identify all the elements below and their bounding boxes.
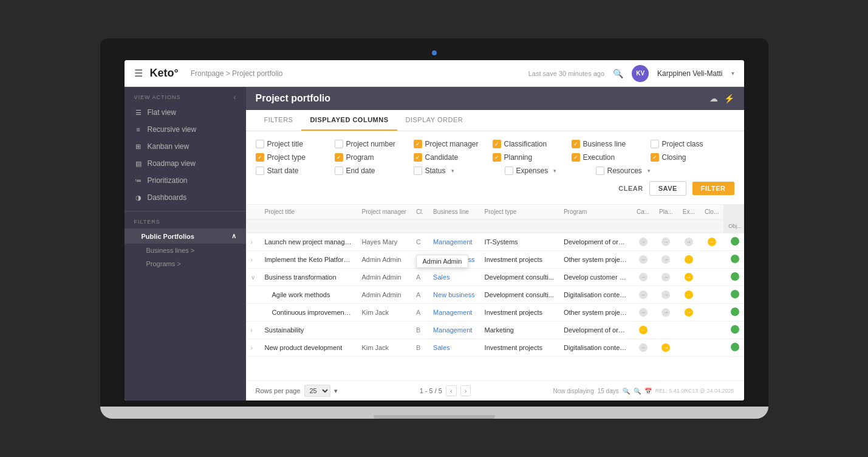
row-expand-button[interactable]: ›: [251, 256, 253, 263]
col-expenses-checkbox[interactable]: [505, 167, 513, 175]
page-next-button[interactable]: ›: [460, 385, 471, 396]
cell-cl: A: [411, 286, 428, 304]
col-planning[interactable]: Planning: [493, 153, 559, 162]
col-start-date-checkbox[interactable]: [256, 167, 264, 175]
row-expand-button[interactable]: ›: [251, 327, 253, 334]
column-selector: Project title Project number Project man…: [246, 131, 744, 205]
th-project-manager[interactable]: Project manager: [357, 205, 411, 219]
status-circle-green: [731, 255, 739, 263]
row-expand-button[interactable]: ›: [251, 345, 253, 351]
col-start-date[interactable]: Start date: [256, 167, 323, 175]
sidebar-item-dashboards[interactable]: ◑ Dashboards: [125, 189, 246, 206]
col-business-line-checkbox[interactable]: [572, 140, 580, 148]
col-end-date-checkbox[interactable]: [335, 167, 343, 175]
sidebar-item-flat-view[interactable]: ☰ Flat view: [125, 104, 246, 121]
th-project-type[interactable]: Project type: [480, 205, 559, 219]
status-circle-green: [731, 290, 739, 298]
column-row-3: Start date End date Status ▾: [256, 167, 734, 175]
display-info: Now displaying 15 days 🔍 🔍 📅 REL. 5.41.0…: [553, 388, 734, 394]
hamburger-menu-icon[interactable]: ☰: [134, 67, 143, 79]
col-end-date[interactable]: End date: [335, 167, 402, 175]
col-program[interactable]: Program: [335, 153, 402, 162]
col-program-checkbox[interactable]: [335, 153, 343, 162]
row-expand-button[interactable]: ∨: [251, 274, 255, 281]
col-status[interactable]: Status ▾: [414, 167, 493, 175]
cell-program: Digitalisation content...: [559, 339, 632, 357]
search-icon[interactable]: 🔍: [613, 69, 623, 78]
tab-filters[interactable]: FILTERS: [256, 110, 302, 131]
col-execution[interactable]: Execution: [572, 153, 638, 162]
col-project-number[interactable]: Project number: [335, 140, 402, 148]
col-closing-checkbox[interactable]: [651, 153, 659, 162]
zoom-in-icon[interactable]: 🔍: [623, 388, 630, 394]
content-header: Project portfolio ☁ ⚡: [246, 87, 744, 110]
col-candidate[interactable]: Candidate: [414, 153, 480, 162]
col-expenses[interactable]: Expenses ▾: [505, 167, 584, 175]
cell-project-manager: [357, 321, 411, 339]
col-project-class-checkbox[interactable]: [651, 140, 659, 148]
sidebar-item-roadmap-view[interactable]: ▤ Roadmap view: [125, 155, 246, 172]
th-project-title[interactable]: Project title: [260, 205, 357, 219]
zoom-out-icon[interactable]: 🔍: [634, 388, 641, 394]
status-circle-gray: →: [639, 255, 648, 264]
cell-project-type: Marketing: [480, 321, 559, 339]
topbar: ☰ Keto° Frontpage > Project portfolio La…: [125, 60, 744, 87]
col-candidate-checkbox[interactable]: [414, 153, 422, 162]
page-prev-button[interactable]: ‹: [446, 385, 457, 396]
sidebar-item-public-portfolios[interactable]: Public Portfolios ∧: [125, 228, 246, 244]
filter-button[interactable]: FILTER: [692, 182, 734, 195]
col-project-manager[interactable]: Project manager: [414, 140, 480, 148]
rows-per-page-select[interactable]: 25: [304, 385, 330, 397]
col-resources[interactable]: Resources ▾: [596, 167, 675, 175]
col-classification-checkbox[interactable]: [493, 140, 501, 148]
roadmap-view-icon: ▤: [134, 159, 143, 168]
col-classification[interactable]: Classification: [493, 140, 559, 148]
col-execution-checkbox[interactable]: [572, 153, 580, 162]
sidebar-item-dashboards-label: Dashboards: [148, 193, 187, 202]
th-clo[interactable]: Clo...: [700, 205, 723, 219]
col-project-type-checkbox[interactable]: [256, 153, 264, 162]
sidebar-item-business-lines[interactable]: Business lines >: [125, 244, 246, 257]
sidebar-view-actions-title: VIEW ACTIONS: [134, 94, 181, 100]
col-project-title-checkbox[interactable]: [256, 140, 264, 148]
table-row: Agile work methods Admin Admin A New bus…: [246, 286, 744, 304]
th-cl[interactable]: Cl.: [411, 205, 428, 219]
tab-display-order[interactable]: DISPLAY ORDER: [397, 110, 472, 131]
upload-icon[interactable]: ☁: [709, 94, 718, 103]
filter-settings-icon[interactable]: ⚡: [724, 94, 734, 103]
col-project-number-checkbox[interactable]: [335, 140, 343, 148]
col-project-type[interactable]: Project type: [256, 153, 323, 162]
col-project-class[interactable]: Project class: [651, 140, 717, 148]
col-project-manager-checkbox[interactable]: [414, 140, 422, 148]
tab-displayed-columns[interactable]: DISPLAYED COLUMNS: [301, 110, 397, 131]
col-project-manager-label: Project manager: [425, 140, 479, 148]
cell-program: Other system projects: [559, 251, 632, 269]
col-resources-label: Resources: [607, 167, 642, 175]
calendar-icon[interactable]: 📅: [644, 388, 652, 394]
th-ex[interactable]: Ex...: [678, 205, 700, 219]
col-project-title[interactable]: Project title: [256, 140, 323, 148]
sidebar-item-kanban-view[interactable]: ⊞ Kanban view: [125, 138, 246, 155]
th-business-line[interactable]: Business line: [428, 205, 479, 219]
clear-button[interactable]: CLEAR: [618, 185, 643, 192]
sidebar-item-prioritization[interactable]: ≔ Prioritization: [125, 172, 246, 189]
col-resources-checkbox[interactable]: [596, 167, 604, 175]
th-ca[interactable]: Ca...: [632, 205, 654, 219]
th-program[interactable]: Program: [559, 205, 632, 219]
col-business-line[interactable]: Business line: [572, 140, 638, 148]
sidebar-collapse-button[interactable]: ‹: [234, 93, 236, 101]
col-status-checkbox[interactable]: [414, 167, 422, 175]
version-text: REL. 5.41.0RC13 @ 24.04.2025: [655, 388, 734, 394]
row-expand-button[interactable]: ›: [251, 239, 253, 246]
kanban-view-icon: ⊞: [134, 142, 143, 151]
sidebar-item-roadmap-view-label: Roadmap view: [148, 159, 196, 168]
user-menu-chevron-icon[interactable]: ▾: [731, 70, 734, 77]
th-pla[interactable]: Pla...: [654, 205, 678, 219]
save-button[interactable]: SAVE: [649, 181, 686, 196]
col-closing[interactable]: Closing: [651, 153, 717, 162]
sidebar-item-programs[interactable]: Programs >: [125, 257, 246, 270]
col-planning-checkbox[interactable]: [493, 153, 501, 162]
table-row: ∨ Business transformation Admin Admin A …: [246, 269, 744, 286]
sidebar-item-recursive-view[interactable]: ≡ Recursive view: [125, 121, 246, 138]
cell-program: Digitalisation content...: [559, 286, 632, 304]
